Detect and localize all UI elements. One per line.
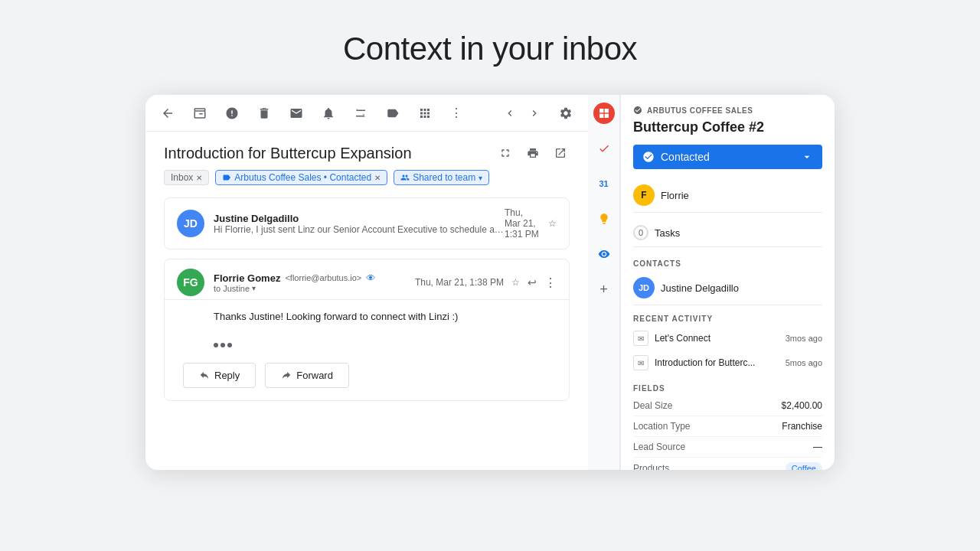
crm-sidebar-icon[interactable]: [593, 103, 615, 124]
activity-icon-2: ✉: [633, 355, 648, 370]
crm-tag: Arbutus Coffee Sales • Contacted ✕: [215, 170, 387, 185]
more-options-2[interactable]: ⋮: [544, 276, 557, 290]
next-email-button[interactable]: [525, 104, 544, 122]
field-value-deal-size: $2,400.00: [782, 400, 822, 411]
user-avatar: F: [633, 184, 655, 206]
message-body-text: Thanks Justine! Looking forward to conne…: [214, 300, 557, 324]
field-deal-size: Deal Size $2,400.00: [633, 396, 822, 416]
activity-label-2: Introduction for Butterc...: [655, 357, 779, 368]
field-lead-source: Lead Source —: [633, 437, 822, 458]
message-meta-2: Thu, Mar 21, 1:38 PM ☆ ↩ ⋮: [415, 276, 557, 290]
star-button-2[interactable]: ☆: [511, 277, 520, 288]
fields-section-label: FIELDS: [633, 375, 822, 396]
field-label-location-type: Location Type: [633, 421, 691, 432]
field-value-location-type: Franchise: [782, 421, 822, 432]
avatar-florrie: FG: [177, 269, 204, 296]
message-header-2: FG Florrie Gomez <florrie@arbutus.io> 👁 …: [165, 259, 569, 299]
email-subject: Introduction for Buttercup Expansion: [164, 145, 412, 162]
page-title: Context in your inbox: [343, 31, 637, 67]
mark-unread-icon[interactable]: [286, 103, 306, 123]
to-dropdown[interactable]: ▾: [252, 284, 256, 292]
contact-name: Justine Delgadillo: [661, 282, 739, 294]
status-label-group: Contacted: [642, 151, 710, 163]
expand-icon[interactable]: [496, 144, 514, 162]
reply-icon-2[interactable]: ↩: [528, 276, 537, 289]
report-icon[interactable]: [222, 103, 242, 123]
tasks-row[interactable]: 0 Tasks: [633, 219, 822, 247]
move-icon[interactable]: [351, 103, 371, 123]
field-label-lead-source: Lead Source: [633, 442, 685, 452]
message-header-1[interactable]: JD Justine Delgadillo Hi Florrie, I just…: [165, 198, 569, 249]
crm-title: Buttercup Coffee #2: [633, 119, 822, 135]
task-count: 0: [633, 225, 648, 240]
assigned-user-row: F Florrie: [633, 178, 822, 213]
sender-email: <florrie@arbutus.io>: [285, 273, 361, 282]
crm-content: ARBUTUS COFFEE SALES Buttercup Coffee #2…: [621, 95, 835, 470]
prev-email-button[interactable]: [501, 104, 519, 122]
print-icon[interactable]: [524, 144, 542, 162]
activity-item-1[interactable]: ✉ Let's Connect 3mos ago: [633, 326, 822, 350]
more-menu-icon[interactable]: ⋮: [447, 103, 466, 123]
team-tag-chevron[interactable]: ▾: [479, 174, 482, 182]
apps-icon[interactable]: [415, 103, 435, 123]
sender-name-2: Florrie Gomez: [214, 272, 280, 284]
reply-button[interactable]: Reply: [183, 363, 256, 388]
team-tag: Shared to team ▾: [394, 170, 489, 185]
email-panel: ⋮ Introduction for Buttercup Expansion: [145, 95, 588, 470]
contact-row[interactable]: JD Justine Delgadillo: [633, 271, 822, 305]
field-value-lead-source: —: [813, 442, 822, 452]
email-tags: Inbox ✕ Arbutus Coffee Sales • Contacted…: [164, 170, 570, 185]
app-container: ⋮ Introduction for Buttercup Expansion: [145, 95, 835, 470]
sender-to: to Justine: [214, 284, 250, 293]
crm-panel: ARBUTUS COFFEE SALES Buttercup Coffee #2…: [620, 95, 835, 470]
field-value-products: Coffee: [786, 462, 822, 470]
field-location-type: Location Type Franchise: [633, 416, 822, 437]
calendar-sidebar-icon[interactable]: 31: [593, 173, 615, 194]
status-dropdown[interactable]: Contacted: [633, 145, 822, 169]
forward-button[interactable]: Forward: [265, 363, 349, 388]
email-toolbar: ⋮: [145, 95, 588, 132]
recent-activity-list: ✉ Let's Connect 3mos ago ✉ Introduction …: [633, 326, 822, 375]
email-subject-actions: [496, 144, 570, 162]
inbox-tag-remove[interactable]: ✕: [196, 174, 202, 182]
activity-item-2[interactable]: ✉ Introduction for Butterc... 5mos ago: [633, 350, 822, 375]
company-tag: ARBUTUS COFFEE SALES: [633, 106, 822, 115]
message-dots[interactable]: [165, 337, 569, 357]
meet-sidebar-icon[interactable]: [593, 243, 615, 265]
activity-label-1: Let's Connect: [655, 333, 779, 344]
assigned-user-name: Florrie: [661, 190, 689, 201]
email-content: Introduction for Buttercup Expansion: [145, 132, 588, 470]
add-addon-icon[interactable]: +: [593, 279, 615, 300]
message-card-2: FG Florrie Gomez <florrie@arbutus.io> 👁 …: [164, 259, 570, 401]
label-icon[interactable]: [383, 103, 403, 123]
snooze-icon[interactable]: [318, 103, 338, 123]
eye-tracking-icon: 👁: [366, 272, 376, 284]
fields-list: Deal Size $2,400.00 Location Type Franch…: [633, 396, 822, 470]
status-text: Contacted: [661, 151, 710, 163]
back-button[interactable]: [158, 103, 178, 123]
activity-icon-1: ✉: [633, 331, 648, 346]
settings-icon[interactable]: [556, 103, 576, 123]
nav-buttons: [501, 104, 544, 122]
tasks-label: Tasks: [655, 227, 680, 239]
contacts-section-label: CONTACTS: [633, 253, 822, 271]
open-external-icon[interactable]: [551, 144, 570, 162]
field-products: Products Coffee: [633, 458, 822, 470]
sender-info-2: Florrie Gomez <florrie@arbutus.io> 👁 to …: [214, 272, 415, 293]
archive-icon[interactable]: [190, 103, 210, 123]
star-button-1[interactable]: ☆: [548, 218, 557, 229]
crm-tag-remove[interactable]: ✕: [374, 174, 381, 182]
sidebar-icons: 31 +: [588, 95, 620, 470]
delete-icon[interactable]: [254, 103, 274, 123]
keep-sidebar-icon[interactable]: [593, 208, 615, 230]
avatar-justine: JD: [177, 210, 204, 237]
message-date-1: Thu, Mar 21, 1:31 PM: [505, 207, 541, 240]
message-meta-1: Thu, Mar 21, 1:31 PM ☆: [505, 207, 557, 240]
reply-actions: Reply Forward: [165, 357, 569, 400]
activity-time-2: 5mos ago: [786, 358, 822, 367]
tasks-sidebar-icon[interactable]: [593, 138, 615, 159]
message-body-2: Thanks Justine! Looking forward to conne…: [165, 299, 569, 337]
sender-name-1: Justine Delgadillo: [214, 213, 505, 224]
message-card-1: JD Justine Delgadillo Hi Florrie, I just…: [164, 197, 570, 249]
field-label-products: Products: [633, 463, 669, 470]
